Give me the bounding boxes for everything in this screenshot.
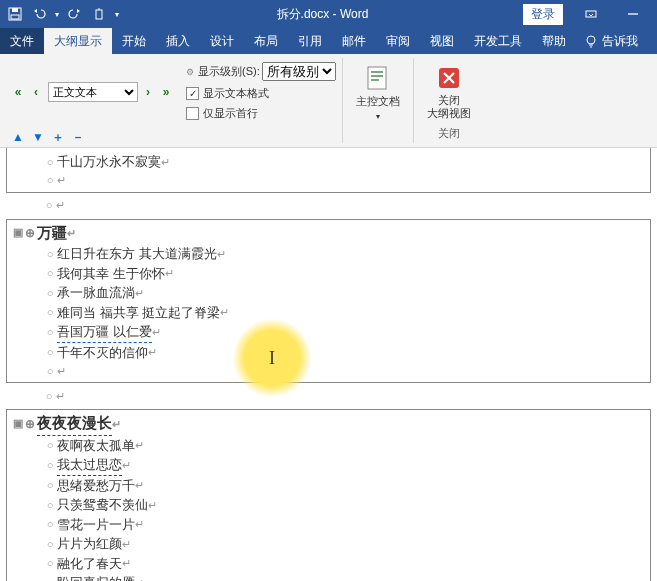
demote-button[interactable]: › <box>140 84 156 100</box>
body-bullet-icon: ○ <box>43 555 57 572</box>
qat-customize[interactable]: ▾ <box>112 3 122 25</box>
promote-button[interactable]: ‹ <box>28 84 44 100</box>
outline-text: 我何其幸 生于你怀 <box>57 264 165 284</box>
outline-text: 雪花一片一片 <box>57 515 135 535</box>
save-button[interactable] <box>4 3 26 25</box>
section-handle-icon[interactable]: ▣ <box>13 224 23 242</box>
outline-level-select[interactable]: 正文文本 <box>48 82 138 102</box>
outline-line[interactable]: ○融化了春天↵ <box>7 554 650 574</box>
move-up-button[interactable]: ▲ <box>10 129 26 145</box>
outline-text: 千山万水永不寂寞 <box>57 152 161 172</box>
tab-references[interactable]: 引用 <box>288 28 332 54</box>
redo-icon <box>68 7 82 21</box>
outline-empty-line[interactable]: ○↵ <box>0 197 657 215</box>
tab-home[interactable]: 开始 <box>112 28 156 54</box>
group-label-master <box>349 127 407 141</box>
outline-text: 思绪爱愁万千 <box>57 476 135 496</box>
document-area[interactable]: I ○ 千山万水永不寂寞↵ ○↵ ○↵ ▣ ⊕ 万疆↵ ○红日升在东方 其大道满… <box>0 148 657 581</box>
body-bullet-icon: ○ <box>42 388 56 405</box>
login-button[interactable]: 登录 <box>523 4 563 25</box>
body-bullet-icon: ○ <box>43 363 57 380</box>
tab-view[interactable]: 视图 <box>420 28 464 54</box>
ribbon: « ‹ 正文文本 › » ⚙ 显示级别(S): 所有级别 <box>0 54 657 148</box>
move-down-button[interactable]: ▼ <box>30 129 46 145</box>
outline-line[interactable]: ○红日升在东方 其大道满霞光↵ <box>7 244 650 264</box>
tab-file[interactable]: 文件 <box>0 28 44 54</box>
body-bullet-icon: ○ <box>43 536 57 553</box>
body-bullet-icon: ○ <box>42 197 56 214</box>
outline-text: 盼回真归的雁 <box>57 573 135 581</box>
master-document-button[interactable]: 主控文档▾ <box>349 63 407 123</box>
touch-mode-button[interactable] <box>88 3 110 25</box>
plus-icon: ＋ <box>52 129 64 146</box>
tell-me-label: 告诉我 <box>602 33 638 50</box>
minus-icon: － <box>72 129 84 146</box>
body-bullet-icon: ○ <box>43 437 57 454</box>
outline-heading[interactable]: ▣ ⊕ 夜夜夜漫长↵ <box>7 412 650 436</box>
lightbulb-icon <box>584 34 598 48</box>
down-icon: ▼ <box>32 130 44 144</box>
tell-me[interactable]: 告诉我 <box>576 28 646 54</box>
body-bullet-icon: ○ <box>43 246 57 263</box>
show-level-label: 显示级别(S): <box>198 64 260 79</box>
outline-line[interactable]: ○承一脉血流淌↵ <box>7 283 650 303</box>
svg-rect-3 <box>96 10 102 19</box>
minimize-icon <box>627 8 639 20</box>
outline-line[interactable]: ○难同当 福共享 挺立起了脊梁↵ <box>7 303 650 323</box>
minimize-button[interactable] <box>613 1 653 27</box>
tab-layout[interactable]: 布局 <box>244 28 288 54</box>
outline-line[interactable]: ○思绪爱愁万千↵ <box>7 476 650 496</box>
outline-text: 融化了春天 <box>57 554 122 574</box>
close-outline-button[interactable]: 关闭 大纲视图 <box>420 62 478 122</box>
outline-text: 夜啊夜太孤单 <box>57 436 135 456</box>
expand-handle-icon[interactable]: ⊕ <box>25 224 35 242</box>
tab-outline[interactable]: 大纲显示 <box>44 28 112 54</box>
ribbon-options-button[interactable] <box>571 1 611 27</box>
demote-bottom-button[interactable]: » <box>158 84 174 100</box>
outline-line[interactable]: ○片片为红颜↵ <box>7 534 650 554</box>
close-outline-label: 关闭 大纲视图 <box>427 94 471 120</box>
outline-line[interactable]: ○我何其幸 生于你怀↵ <box>7 264 650 284</box>
body-bullet-icon: ○ <box>43 172 57 189</box>
outline-heading[interactable]: ▣ ⊕ 万疆↵ <box>7 222 650 245</box>
outline-section: ▣ ⊕ 夜夜夜漫长↵ ○夜啊夜太孤单↵ ○我太过思恋↵ ○思绪爱愁万千↵ ○只羡… <box>6 409 651 581</box>
tab-insert[interactable]: 插入 <box>156 28 200 54</box>
body-bullet-icon: ○ <box>43 477 57 494</box>
tab-design[interactable]: 设计 <box>200 28 244 54</box>
outline-line[interactable]: ○千年不灭的信仰↵ <box>7 343 650 363</box>
outline-line[interactable]: ○只羡鸳鸯不羡仙↵ <box>7 495 650 515</box>
up-icon: ▲ <box>12 130 24 144</box>
outline-text: 我太过思恋 <box>57 455 122 476</box>
outline-line[interactable]: ○夜啊夜太孤单↵ <box>7 436 650 456</box>
redo-button[interactable] <box>64 3 86 25</box>
outline-empty-line[interactable]: ○↵ <box>0 387 657 405</box>
expand-button[interactable]: ＋ <box>50 129 66 145</box>
chevron-down-icon: ▾ <box>115 10 119 19</box>
outline-empty-line[interactable]: ○↵ <box>7 172 650 190</box>
outline-line[interactable]: ○雪花一片一片↵ <box>7 515 650 535</box>
tab-developer[interactable]: 开发工具 <box>464 28 532 54</box>
outline-line[interactable]: ○我太过思恋↵ <box>7 455 650 476</box>
body-bullet-icon: ○ <box>43 154 57 171</box>
show-text-format-checkbox[interactable]: ✓ <box>186 87 199 100</box>
tab-review[interactable]: 审阅 <box>376 28 420 54</box>
undo-button[interactable] <box>28 3 50 25</box>
show-first-line-checkbox[interactable] <box>186 107 199 120</box>
tab-help[interactable]: 帮助 <box>532 28 576 54</box>
expand-handle-icon[interactable]: ⊕ <box>25 415 35 433</box>
title-bar: ▾ ▾ 拆分.docx - Word 登录 <box>0 0 657 28</box>
outline-line[interactable]: ○盼回真归的雁↵ <box>7 573 650 581</box>
undo-dropdown[interactable]: ▾ <box>52 3 62 25</box>
outline-line[interactable]: ○吾国万疆 以仁爱↵ <box>7 322 650 343</box>
outline-empty-line[interactable]: ○↵ <box>7 362 650 380</box>
outline-text: 只羡鸳鸯不羡仙 <box>57 495 148 515</box>
collapse-button[interactable]: － <box>70 129 86 145</box>
promote-top-button[interactable]: « <box>10 84 26 100</box>
show-level-select[interactable]: 所有级别 <box>262 62 336 81</box>
master-doc-label: 主控文档 <box>356 95 400 107</box>
section-handle-icon[interactable]: ▣ <box>13 415 23 433</box>
body-bullet-icon: ○ <box>43 285 57 302</box>
outline-line[interactable]: ○ 千山万水永不寂寞↵ <box>7 152 650 172</box>
tab-mailings[interactable]: 邮件 <box>332 28 376 54</box>
outline-text: 吾国万疆 以仁爱 <box>57 322 152 343</box>
